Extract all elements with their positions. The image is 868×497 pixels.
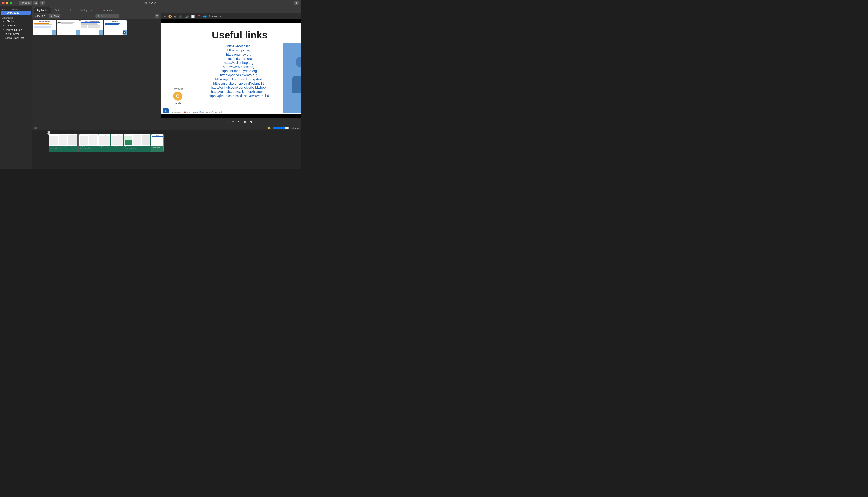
- share-button[interactable]: ⬆: [294, 1, 299, 4]
- search-input[interactable]: [101, 15, 118, 17]
- imovie-library-label: iMovie Library: [6, 28, 22, 31]
- media-thumb-2[interactable]: 📷: [57, 20, 79, 35]
- reset-all-button[interactable]: Reset All: [212, 15, 221, 17]
- titlebar-nav: < Projects ⊞ ⬇: [19, 1, 45, 4]
- presenter-thumbnail: [52, 30, 56, 35]
- timeline-content: boost::histogram ...of boost::histogram …: [32, 130, 301, 169]
- import-button[interactable]: ⬇: [40, 1, 45, 4]
- video-viewer: S 2020 Useful links Created in: [161, 19, 301, 118]
- media-thumb-4[interactable]: 15.5s Useful links: [104, 20, 127, 35]
- timeline-toolbar: / 31:10 🔔 Settings: [32, 126, 301, 130]
- volume-slider[interactable]: [272, 126, 289, 130]
- timeline-clip-5[interactable]: Distribution: [124, 134, 151, 152]
- loop-button[interactable]: ↺: [226, 120, 229, 123]
- photos-label: Photos: [6, 20, 14, 23]
- media-thumb-1[interactable]: Flexibility: Axes Types: [33, 20, 56, 35]
- link-scipy: https://scipy.org: [227, 48, 250, 52]
- close-button[interactable]: [2, 2, 4, 4]
- clip-filter-button[interactable]: All Clips: [49, 14, 60, 18]
- link-histoprint: https://github.com/scikit-hep/histoprint: [211, 90, 266, 94]
- link-pybind11: https://github.com/pybind/pybind11: [213, 82, 264, 85]
- created-in-label: Created in: [173, 88, 183, 90]
- demo-povm-label: DemoPOVM: [5, 32, 19, 36]
- link-pandas: https://pandas.pydata.org: [220, 73, 258, 77]
- main-split: SciPy 2020 All Clips 🔍 ⊞ Flexibility: Ax…: [32, 13, 301, 125]
- media-browser-title: SciPy 2020: [34, 15, 46, 17]
- tab-audio[interactable]: Audio: [52, 7, 64, 13]
- link-hist: https://github.com/scikit-hep/hist: [215, 77, 262, 81]
- link-awkward: https://github.com/scikit-hep/awkward-1.…: [208, 94, 269, 98]
- timeline-clip-2[interactable]: Unified Histogram Unified Histogram I...…: [79, 134, 98, 152]
- link-scikit-hep: https://scikit-hep.org: [224, 61, 254, 65]
- add-clip-button[interactable]: +: [122, 31, 126, 34]
- sidebar-item-photos[interactable]: ⊙ Photos: [0, 19, 32, 24]
- cut-button[interactable]: ✂: [232, 120, 234, 123]
- info-icon[interactable]: ℹ: [209, 14, 211, 18]
- preview-panel: ✂ 🎨 ⊡ 🎥 🔊 📊 ❓ 🌐 ℹ Reset All: [161, 13, 301, 125]
- browser-toolbar: SciPy 2020 All Clips 🔍 ⊞: [32, 13, 161, 19]
- events-icon: ⊙: [3, 24, 5, 27]
- question-icon[interactable]: ❓: [197, 14, 201, 18]
- timeline-clip-4[interactable]: Unified Histogram Unified Histogram I...: [111, 134, 124, 152]
- tab-titles[interactable]: Titles: [64, 7, 76, 13]
- project-media-label: PROJECT MEDIA: [0, 8, 32, 11]
- sidebar-item-all-events[interactable]: ⊙ All Events: [0, 24, 32, 28]
- chart-icon[interactable]: 📊: [191, 14, 195, 18]
- viewer-toolbar: ✂ 🎨 ⊡ 🎥 🔊 📊 ❓ 🌐 ℹ Reset All: [161, 13, 301, 19]
- skip-back-button[interactable]: ⏮: [237, 120, 241, 124]
- sidebar-item-imovie-library[interactable]: ▼ iMovie Library: [0, 28, 32, 32]
- skip-forward-button[interactable]: ⏭: [250, 120, 253, 124]
- window-title: SciPy 2020: [144, 1, 157, 4]
- media-grid: Flexibility: Axes Types: [32, 19, 161, 73]
- project-icon: [3, 12, 5, 14]
- projects-button[interactable]: < Projects: [19, 1, 32, 4]
- created-in-section: Created in: [161, 43, 194, 113]
- titlebar-right: ⬆: [294, 1, 299, 4]
- content-area: My Media Audio Titles Backgrounds Transi…: [32, 6, 301, 169]
- sidebar-item-demo-povm[interactable]: DemoPOVM: [0, 32, 32, 36]
- link-numpy: https://numpy.org: [226, 53, 251, 56]
- settings-label[interactable]: Settings: [291, 127, 299, 129]
- iris-hep-logo: irishep: [163, 108, 169, 113]
- grid-view-button[interactable]: ⊞: [155, 14, 159, 18]
- media-thumb-3[interactable]: Design: Unified Histogram Indexing: [81, 20, 103, 35]
- timeline-clip-row: boost::histogram ...of boost::histogram …: [49, 134, 164, 152]
- sidebar: PROJECT MEDIA SciPy 2020 LIBRARIES ⊙ Pho…: [0, 6, 32, 169]
- tab-backgrounds[interactable]: Backgrounds: [77, 7, 98, 13]
- sidebar-item-simple-green-test[interactable]: SimpleGreenTest: [0, 36, 32, 40]
- timeline-time: / 31:10: [34, 127, 41, 129]
- color-icon[interactable]: 🎨: [168, 14, 172, 18]
- maximize-button[interactable]: [10, 2, 12, 4]
- slide-content: S 2020 Useful links Created in: [161, 23, 301, 114]
- photos-icon: ⊙: [3, 20, 5, 23]
- crop-tool-icon[interactable]: ⊡: [174, 14, 177, 18]
- timeline-clip-3[interactable]: Unified Histogram Unified Histogram I...: [98, 134, 111, 152]
- slide-footer: Henry Schreiner 🔴 Hans Dembinski 🌀 Jim P…: [172, 111, 282, 113]
- link-cibuildwheel: https://github.com/joerick/cibuildwheel: [211, 86, 266, 89]
- simple-green-test-label: SimpleGreenTest: [5, 37, 24, 40]
- audio-icon[interactable]: 🔊: [185, 14, 189, 18]
- timeline-clip-6[interactable]: Useful links Useful links: [151, 134, 164, 152]
- globe-icon[interactable]: 🌐: [203, 14, 207, 18]
- timeline-clip-1[interactable]: boost::histogram ...of boost::histogram …: [49, 134, 78, 152]
- tab-my-media[interactable]: My Media: [34, 7, 51, 13]
- sidebar-scipy-label: SciPy 2020: [6, 11, 19, 14]
- blender-label: blender: [174, 102, 182, 105]
- presenter-thumbnail-2: [76, 30, 79, 35]
- traffic-lights: [2, 2, 12, 4]
- minimize-button[interactable]: [6, 2, 8, 4]
- sidebar-item-scipy2020[interactable]: SciPy 2020: [1, 11, 31, 15]
- layout-button[interactable]: ⊞: [33, 1, 39, 4]
- presenter-video: [283, 43, 301, 113]
- slide-body: Created in: [161, 43, 301, 113]
- app-body: PROJECT MEDIA SciPy 2020 LIBRARIES ⊙ Pho…: [0, 6, 301, 169]
- tab-transitions[interactable]: Transitions: [98, 7, 116, 13]
- camera-icon[interactable]: 🎥: [179, 14, 183, 18]
- link-iris-hep: https://iris-hep.org: [226, 57, 252, 60]
- crop-icon[interactable]: ✂: [164, 15, 166, 18]
- svg-point-2: [177, 95, 179, 97]
- play-pause-button[interactable]: ▶: [244, 120, 247, 124]
- playback-bar: ↺ ✂ ⏮ ▶ ⏭: [161, 118, 301, 125]
- clip-gap-1[interactable]: [78, 134, 79, 152]
- slide-title: Useful links: [165, 29, 301, 41]
